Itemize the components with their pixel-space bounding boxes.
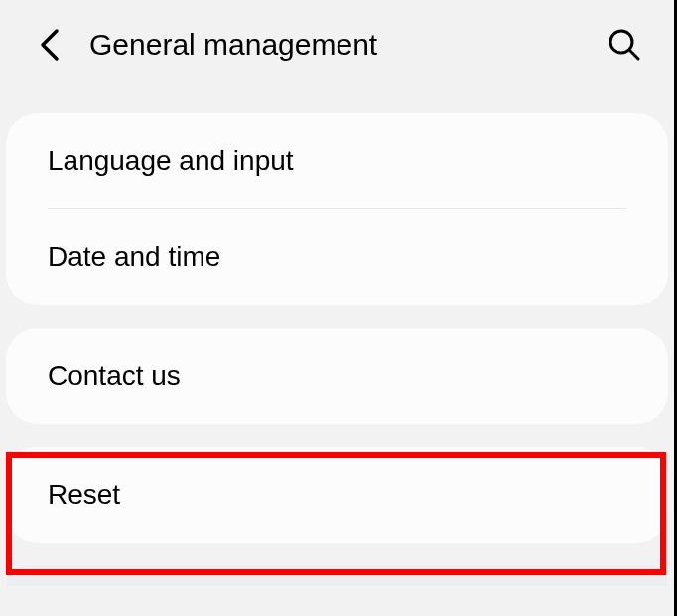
header: General management <box>0 0 674 89</box>
content: Language and input Date and time Contact… <box>0 113 674 586</box>
item-label: Date and time <box>48 241 220 272</box>
item-label: Contact us <box>48 360 181 391</box>
item-label: Reset <box>48 479 120 510</box>
settings-item-date-time[interactable]: Date and time <box>6 209 668 305</box>
settings-group: Language and input Date and time <box>6 113 668 305</box>
item-label: Language and input <box>48 145 294 176</box>
page-title: General management <box>89 28 605 62</box>
settings-item-contact-us[interactable]: Contact us <box>6 328 668 424</box>
svg-point-0 <box>610 31 632 53</box>
svg-line-1 <box>630 51 638 59</box>
search-button[interactable] <box>605 25 644 64</box>
settings-group: Reset <box>6 447 668 543</box>
back-button[interactable] <box>30 25 69 64</box>
settings-group: Contact us <box>6 328 668 424</box>
settings-group-partial <box>6 566 668 586</box>
chevron-left-icon <box>39 28 61 62</box>
settings-item-reset[interactable]: Reset <box>6 447 668 543</box>
search-icon <box>608 28 641 62</box>
settings-item-language-input[interactable]: Language and input <box>6 113 668 208</box>
